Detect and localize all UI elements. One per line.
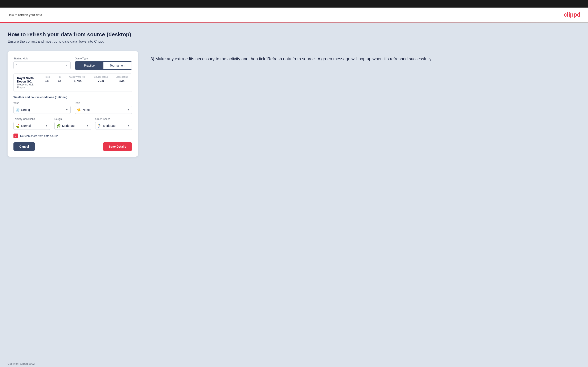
tournament-button[interactable]: Tournament bbox=[104, 62, 132, 69]
green-speed-select[interactable]: Moderate Slow Fast bbox=[95, 122, 132, 130]
cancel-button[interactable]: Cancel bbox=[13, 142, 35, 151]
form-row-conditions: Fairway Conditions ⛳ Normal Firm Soft ▼ … bbox=[13, 117, 132, 130]
content-area: Starting Hole 1 10 ▼ Game Type Practice … bbox=[8, 51, 580, 157]
wind-label: Wind bbox=[13, 102, 71, 105]
course-name: Royal North Devon GC, bbox=[17, 76, 37, 83]
yards-label: Yards/White (M)) bbox=[69, 75, 86, 78]
holes-value: 18 bbox=[45, 79, 49, 83]
check-icon: ✓ bbox=[15, 134, 17, 138]
rain-label: Rain bbox=[75, 102, 132, 105]
yards-stat: Yards/White (M)) 6,744 bbox=[65, 74, 90, 92]
par-value: 72 bbox=[58, 79, 61, 83]
wind-select-wrapper: 💨 Strong Light None ▼ bbox=[13, 106, 71, 114]
slope-rating-value: 134 bbox=[119, 79, 124, 83]
game-type-group: Game Type Practice Tournament bbox=[75, 57, 132, 70]
course-stats: Holes 18 Par 72 Yards/White (M)) 6,744 bbox=[40, 74, 132, 92]
holes-label: Holes bbox=[44, 75, 50, 78]
game-type-buttons: Practice Tournament bbox=[75, 61, 132, 70]
course-rating-label: Course rating bbox=[94, 75, 108, 78]
header: How to refresh your data clippd bbox=[0, 8, 588, 22]
course-info-row: Royal North Devon GC, Westward Ho!, Engl… bbox=[14, 74, 132, 92]
course-location: Westward Ho!, England bbox=[17, 83, 37, 89]
slope-rating-label: Slope rating bbox=[116, 75, 128, 78]
rain-select-wrapper: ☀️ None Light Heavy ▼ bbox=[75, 106, 132, 114]
starting-hole-group: Starting Hole 1 10 ▼ bbox=[13, 57, 71, 70]
wind-select[interactable]: Strong Light None bbox=[13, 106, 71, 114]
green-speed-select-wrapper: 🏌️ Moderate Slow Fast ▼ bbox=[95, 122, 132, 130]
fairway-label: Fairway Conditions bbox=[13, 117, 50, 121]
side-description-text: 3) Make any extra edits necessary to the… bbox=[150, 55, 580, 62]
starting-hole-label: Starting Hole bbox=[13, 57, 71, 60]
refresh-checkbox-row: ✓ Refresh shots from data source bbox=[13, 133, 132, 138]
slope-rating-stat: Slope rating 134 bbox=[112, 74, 132, 92]
course-rating-stat: Course rating 72.5 bbox=[90, 74, 112, 92]
yards-value: 6,744 bbox=[74, 79, 82, 83]
rough-select-wrapper: 🌿 Moderate Light Heavy ▼ bbox=[54, 122, 91, 130]
page-heading: How to refresh your data from source (de… bbox=[8, 31, 580, 38]
practice-button[interactable]: Practice bbox=[75, 62, 104, 69]
footer-copyright: Copyright Clippd 2022 bbox=[8, 362, 35, 365]
footer: Copyright Clippd 2022 bbox=[0, 358, 588, 367]
holes-stat: Holes 18 bbox=[40, 74, 54, 92]
course-table: Royal North Devon GC, Westward Ho!, Engl… bbox=[13, 74, 132, 92]
course-info-left: Royal North Devon GC, Westward Ho!, Engl… bbox=[14, 74, 40, 92]
rough-label: Rough bbox=[54, 117, 91, 121]
top-bar bbox=[0, 0, 588, 8]
fairway-select[interactable]: Normal Firm Soft bbox=[13, 122, 50, 130]
header-title: How to refresh your data bbox=[8, 13, 42, 17]
fairway-select-wrapper: ⛳ Normal Firm Soft ▼ bbox=[13, 122, 50, 130]
logo: clippd bbox=[564, 11, 580, 18]
game-type-label: Game Type bbox=[75, 57, 132, 60]
weather-section-title: Weather and course conditions (optional) bbox=[13, 96, 132, 99]
page-subheading: Ensure the correct and most up to date d… bbox=[8, 40, 580, 44]
rough-select[interactable]: Moderate Light Heavy bbox=[54, 122, 91, 130]
rain-group: Rain ☀️ None Light Heavy ▼ bbox=[75, 102, 132, 114]
form-row-top: Starting Hole 1 10 ▼ Game Type Practice … bbox=[13, 57, 132, 70]
par-stat: Par 72 bbox=[54, 74, 65, 92]
starting-hole-select-wrapper: 1 10 ▼ bbox=[13, 61, 71, 69]
save-button[interactable]: Save Details bbox=[103, 142, 132, 151]
wind-group: Wind 💨 Strong Light None ▼ bbox=[13, 102, 71, 114]
par-label: Par bbox=[58, 75, 61, 78]
starting-hole-select[interactable]: 1 10 bbox=[13, 61, 71, 69]
course-rating-value: 72.5 bbox=[98, 79, 104, 83]
form-card: Starting Hole 1 10 ▼ Game Type Practice … bbox=[8, 51, 138, 157]
rain-select[interactable]: None Light Heavy bbox=[75, 106, 132, 114]
green-speed-group: Green Speed 🏌️ Moderate Slow Fast ▼ bbox=[95, 117, 132, 130]
main-content: How to refresh your data from source (de… bbox=[0, 23, 588, 358]
refresh-checkbox[interactable]: ✓ bbox=[13, 133, 18, 138]
fairway-group: Fairway Conditions ⛳ Normal Firm Soft ▼ bbox=[13, 117, 50, 130]
refresh-checkbox-label: Refresh shots from data source bbox=[20, 134, 58, 138]
rough-group: Rough 🌿 Moderate Light Heavy ▼ bbox=[54, 117, 91, 130]
form-row-weather: Wind 💨 Strong Light None ▼ Rain ☀️ bbox=[13, 102, 132, 114]
form-actions: Cancel Save Details bbox=[13, 142, 132, 151]
side-description: 3) Make any extra edits necessary to the… bbox=[150, 51, 580, 62]
green-speed-label: Green Speed bbox=[95, 117, 132, 121]
